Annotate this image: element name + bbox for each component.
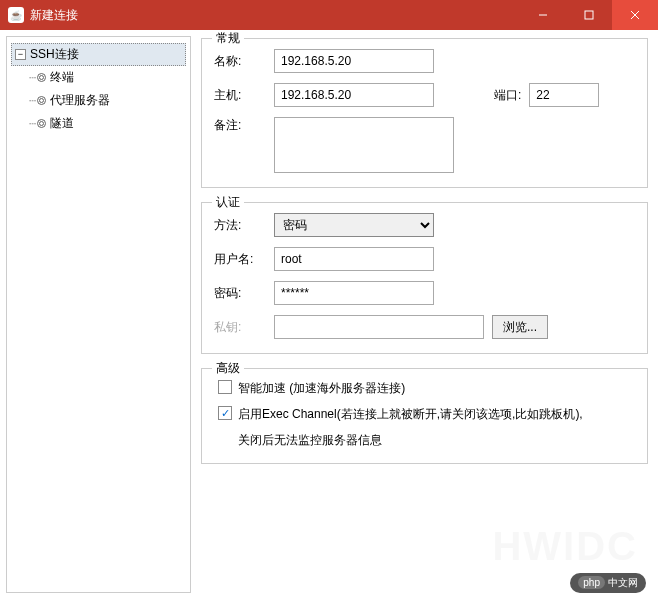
advanced-fieldset: 高级 智能加速 (加速海外服务器连接) ✓ 启用Exec Channel(若连接… [201,368,648,464]
name-label: 名称: [214,53,274,70]
username-input[interactable] [274,247,434,271]
port-label: 端口: [494,87,521,104]
svg-rect-1 [585,11,593,19]
auth-legend: 认证 [212,194,244,211]
private-key-label: 私钥: [214,319,274,336]
main-panel: 常规 名称: 主机: 端口: 备注: 认证 方法: 密码 [191,30,658,599]
tree-item-proxy[interactable]: ┄ 代理服务器 [25,89,186,112]
general-legend: 常规 [212,30,244,47]
content-area: − SSH连接 ┄ 终端 ┄ 代理服务器 ┄ 隧道 常规 [0,30,658,599]
general-fieldset: 常规 名称: 主机: 端口: 备注: [201,38,648,188]
tree-children: ┄ 终端 ┄ 代理服务器 ┄ 隧道 [25,66,186,135]
host-input[interactable] [274,83,434,107]
browse-button[interactable]: 浏览... [492,315,548,339]
method-select[interactable]: 密码 [274,213,434,237]
exec-channel-label: 启用Exec Channel(若连接上就被断开,请关闭该选项,比如跳板机), [238,405,583,423]
username-label: 用户名: [214,251,274,268]
smart-accel-checkbox[interactable] [218,380,232,394]
tree-item-label: 代理服务器 [50,92,110,109]
tree-bullet-icon [37,73,46,82]
tree-item-terminal[interactable]: ┄ 终端 [25,66,186,89]
host-label: 主机: [214,87,274,104]
tree-root-ssh[interactable]: − SSH连接 [11,43,186,66]
maximize-icon [584,10,594,20]
connection-tree: − SSH连接 ┄ 终端 ┄ 代理服务器 ┄ 隧道 [6,36,191,593]
php-badge-prefix: php [578,576,605,589]
close-icon [630,10,640,20]
remark-textarea[interactable] [274,117,454,173]
php-badge: php中文网 [570,573,646,593]
tree-bullet-icon [37,96,46,105]
tree-item-label: 隧道 [50,115,74,132]
window-title: 新建连接 [30,7,520,24]
tree-item-tunnel[interactable]: ┄ 隧道 [25,112,186,135]
close-button[interactable] [612,0,658,30]
exec-channel-checkbox[interactable]: ✓ [218,406,232,420]
tree-connector-icon: ┄ [29,94,35,108]
remark-label: 备注: [214,117,274,134]
method-label: 方法: [214,217,274,234]
tree-connector-icon: ┄ [29,71,35,85]
maximize-button[interactable] [566,0,612,30]
app-icon: ☕ [8,7,24,23]
tree-connector-icon: ┄ [29,117,35,131]
minimize-icon [538,10,548,20]
smart-accel-label: 智能加速 (加速海外服务器连接) [238,379,405,397]
port-input[interactable] [529,83,599,107]
name-input[interactable] [274,49,434,73]
php-badge-suffix: 中文网 [608,577,638,588]
minimize-button[interactable] [520,0,566,30]
private-key-input[interactable] [274,315,484,339]
password-label: 密码: [214,285,274,302]
collapse-icon[interactable]: − [15,49,26,60]
window-controls [520,0,658,30]
advanced-legend: 高级 [212,360,244,377]
tree-root-label: SSH连接 [30,46,79,63]
password-input[interactable] [274,281,434,305]
titlebar: ☕ 新建连接 [0,0,658,30]
tree-item-label: 终端 [50,69,74,86]
auth-fieldset: 认证 方法: 密码 用户名: 密码: 私钥: 浏览... [201,202,648,354]
tree-bullet-icon [37,119,46,128]
exec-channel-note: 关闭后无法监控服务器信息 [238,431,635,449]
